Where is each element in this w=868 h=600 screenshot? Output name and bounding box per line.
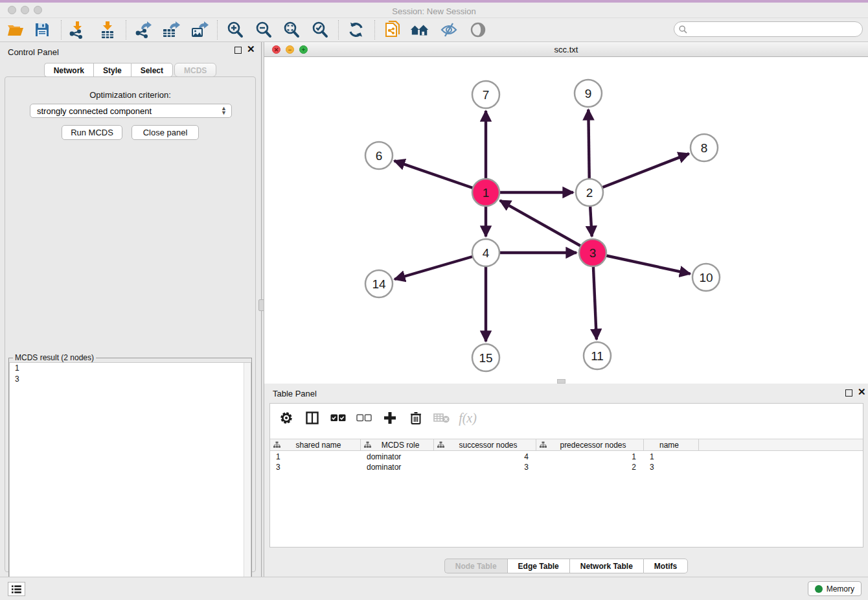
- open-session-icon[interactable]: [5, 20, 25, 40]
- node-11[interactable]: 11: [584, 342, 611, 369]
- memory-label: Memory: [827, 584, 854, 594]
- table-float-panel-icon[interactable]: [845, 389, 852, 397]
- cell-successor-nodes[interactable]: 4: [434, 452, 536, 462]
- search-input[interactable]: [690, 25, 862, 34]
- edge-3-10[interactable]: [593, 253, 691, 274]
- svg-text:15: 15: [479, 351, 492, 365]
- optimization-criterion-dropdown[interactable]: strongly connected component ▲▼: [30, 104, 232, 118]
- float-panel-icon[interactable]: [234, 47, 242, 54]
- zoom-selected-icon[interactable]: [310, 20, 330, 40]
- deselect-all-checks-icon[interactable]: [356, 410, 372, 426]
- tab-network[interactable]: Network: [44, 63, 93, 77]
- hide-selected-icon[interactable]: [439, 20, 459, 40]
- node-4[interactable]: 4: [472, 239, 499, 266]
- zoom-in-icon[interactable]: [225, 20, 245, 40]
- node-9[interactable]: 9: [575, 80, 602, 107]
- tab-select[interactable]: Select: [131, 63, 173, 77]
- window-title: Session: New Session: [0, 6, 868, 16]
- node-2[interactable]: 2: [576, 179, 603, 206]
- cell-predecessor-nodes[interactable]: 1: [536, 452, 644, 462]
- import-network-icon[interactable]: [67, 20, 87, 40]
- node-15[interactable]: 15: [472, 344, 499, 371]
- dropdown-value: strongly connected component: [37, 106, 152, 116]
- mcds-result-line: 1: [10, 363, 251, 374]
- cell-successor-nodes[interactable]: 3: [434, 462, 536, 472]
- zoom-fit-icon[interactable]: [282, 20, 301, 40]
- svg-text:1: 1: [483, 186, 490, 200]
- toolbar-separator: [338, 20, 339, 40]
- cell-shared-name[interactable]: 3: [270, 462, 361, 472]
- new-network-from-selection-icon[interactable]: [383, 20, 402, 40]
- refresh-icon[interactable]: [347, 20, 366, 40]
- horizontal-splitter-handle[interactable]: [557, 379, 565, 384]
- tab-edge-table[interactable]: Edge Table: [507, 559, 569, 573]
- tab-node-table[interactable]: Node Table: [444, 559, 507, 573]
- toolbar-separator: [217, 20, 218, 40]
- tab-network-table[interactable]: Network Table: [569, 559, 643, 573]
- node-6[interactable]: 6: [365, 142, 393, 169]
- node-8[interactable]: 8: [691, 134, 718, 161]
- cell-MCDS-role[interactable]: dominator: [361, 462, 434, 472]
- node-1[interactable]: 1: [472, 179, 499, 206]
- edge-2-8[interactable]: [589, 154, 689, 192]
- table-options-gear-icon[interactable]: [278, 410, 295, 426]
- mcds-result-title: MCDS result (2 nodes): [13, 353, 96, 362]
- tab-motifs[interactable]: Motifs: [643, 559, 688, 573]
- edge-3-1[interactable]: [500, 200, 593, 253]
- cell-predecessor-nodes[interactable]: 2: [536, 462, 644, 472]
- delete-column-icon[interactable]: [407, 410, 424, 426]
- export-image-icon[interactable]: [189, 20, 209, 40]
- table-close-panel-icon[interactable]: ✕: [858, 387, 866, 397]
- close-panel-button[interactable]: Close panel: [131, 125, 199, 140]
- zoom-out-icon[interactable]: [254, 20, 273, 40]
- cell-name[interactable]: 3: [644, 462, 699, 472]
- toolbar-separator: [126, 20, 126, 40]
- run-mcds-button[interactable]: Run MCDS: [62, 125, 122, 140]
- mcds-panel: Optimization criterion: strongly connect…: [5, 76, 256, 572]
- memory-button[interactable]: Memory: [808, 581, 862, 596]
- column-header-predecessor-nodes[interactable]: predecessor nodes: [536, 439, 644, 450]
- import-table-icon[interactable]: [98, 20, 117, 40]
- result-scrollbar[interactable]: [244, 363, 251, 599]
- add-column-icon[interactable]: [382, 410, 398, 426]
- node-10[interactable]: 10: [692, 264, 720, 291]
- network-window-titlebar[interactable]: ✕ − + scc.txt: [264, 42, 868, 57]
- mcds-result-textarea[interactable]: 13: [9, 362, 251, 600]
- svg-text:2: 2: [586, 186, 593, 200]
- column-sort-tree-icon: [273, 441, 280, 448]
- column-header-MCDS-role[interactable]: MCDS role: [361, 439, 434, 450]
- task-history-button[interactable]: [8, 582, 25, 596]
- mcds-result-lines: 13: [10, 363, 251, 385]
- export-table-icon[interactable]: [161, 20, 180, 40]
- column-view-icon[interactable]: [304, 410, 321, 426]
- select-all-checks-icon[interactable]: [330, 410, 347, 426]
- network-graph[interactable]: 1234678910111415: [264, 57, 868, 384]
- table-row[interactable]: 1dominator411: [270, 452, 863, 462]
- first-neighbors-icon[interactable]: [410, 20, 429, 40]
- delete-table-icon[interactable]: [433, 410, 450, 426]
- table-row[interactable]: 3dominator323: [270, 462, 863, 472]
- tab-mcds[interactable]: MCDS: [174, 63, 216, 77]
- table-panel-tabs: Node TableEdge TableNetwork TableMotifs: [264, 559, 868, 573]
- close-panel-icon[interactable]: ✕: [247, 45, 255, 54]
- node-3[interactable]: 3: [579, 239, 606, 266]
- show-all-icon[interactable]: [468, 20, 488, 40]
- table-header-row: shared nameMCDS rolesuccessor nodesprede…: [270, 439, 863, 451]
- cell-name[interactable]: 1: [644, 452, 699, 462]
- cell-shared-name[interactable]: 1: [270, 452, 361, 462]
- node-14[interactable]: 14: [365, 270, 393, 297]
- svg-text:4: 4: [483, 246, 490, 260]
- export-network-icon[interactable]: [133, 20, 152, 40]
- column-header-name[interactable]: name: [644, 439, 699, 450]
- control-panel: Control Panel ✕ NetworkStyleSelectMCDS O…: [0, 42, 260, 577]
- column-header-successor-nodes[interactable]: successor nodes: [434, 439, 536, 450]
- save-session-icon[interactable]: [32, 20, 52, 40]
- tab-style[interactable]: Style: [93, 63, 131, 77]
- edge-1-6[interactable]: [394, 161, 486, 192]
- function-builder-icon[interactable]: f(x): [459, 410, 476, 426]
- column-header-shared-name[interactable]: shared name: [270, 439, 361, 450]
- list-icon: [12, 585, 21, 594]
- cell-MCDS-role[interactable]: dominator: [361, 452, 434, 462]
- node-7[interactable]: 7: [472, 81, 499, 108]
- search-field[interactable]: [674, 21, 863, 37]
